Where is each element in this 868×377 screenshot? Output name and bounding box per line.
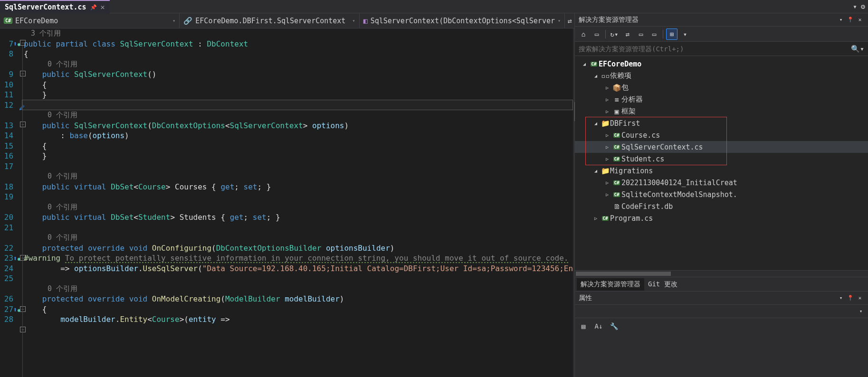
folder-icon: 📁 <box>601 119 610 128</box>
tree-file[interactable]: ▷C#Program.cs <box>575 212 868 224</box>
close-icon[interactable]: ✕ <box>856 17 864 23</box>
csharp-icon: C# <box>613 180 620 185</box>
codelens[interactable]: 0 个引用 <box>24 171 573 182</box>
codelens[interactable]: 0 个引用 <box>24 233 573 243</box>
tree-item[interactable]: ▷≡分析器 <box>575 94 868 105</box>
chevron-right-icon[interactable]: ▷ <box>602 180 612 185</box>
chevron-down-icon[interactable]: ▾ <box>353 18 355 23</box>
folder-icon: 📁 <box>601 167 610 175</box>
chevron-down-icon[interactable]: ◢ <box>591 168 601 173</box>
breadcrumb-member[interactable]: ◧ SqlServerContext(DbContextOptions<SqlS… <box>360 13 565 28</box>
search-input[interactable] <box>579 45 851 53</box>
tab-solution-explorer[interactable]: 解决方案资源管理器 <box>577 278 644 291</box>
breadcrumb-project[interactable]: C# EFCoreDemo ▾ <box>0 13 180 28</box>
wrench-icon[interactable]: 🔧 <box>608 320 620 332</box>
tree-file[interactable]: ▷C#SqlServerContext.cs <box>575 141 868 153</box>
current-line-highlight <box>22 100 573 110</box>
framework-icon: ▣ <box>612 107 621 116</box>
pin-icon[interactable]: 📍 <box>846 295 855 301</box>
codelens[interactable]: 0 个引用 <box>24 110 573 121</box>
editor-scrollbar[interactable] <box>573 28 574 377</box>
tree-file[interactable]: ▷C#20221130040124_InitialCreat <box>575 177 868 188</box>
csharp-icon: C# <box>613 192 620 197</box>
tab-title: SqlServerContext.cs <box>5 3 86 11</box>
margin-column: ⬆ 🖉 ⬆ ⬆ <box>0 28 4 377</box>
collapse-icon[interactable]: ⇄ <box>622 28 633 40</box>
chevron-down-icon[interactable]: ▾ <box>172 18 175 23</box>
chevron-down-icon[interactable]: ▾ <box>853 2 857 11</box>
override-up-icon[interactable]: ⬆ <box>13 306 17 313</box>
csharp-icon: C# <box>613 145 620 150</box>
file-tab[interactable]: SqlServerContext.cs 📌 ✕ <box>0 0 110 13</box>
csharp-icon: C# <box>591 62 598 66</box>
codelens[interactable]: 0 个引用 <box>24 202 573 213</box>
code-content[interactable]: 3 个引用 public partial class SqlServerCont… <box>22 28 573 377</box>
csharp-icon: C# <box>613 157 620 161</box>
chevron-down-icon[interactable]: ◢ <box>591 121 601 126</box>
chevron-right-icon[interactable]: ▷ <box>602 85 612 90</box>
tree-folder[interactable]: ◢📁DBFirst <box>575 117 868 129</box>
view-icon[interactable]: ⊞ <box>666 28 677 40</box>
tree-file[interactable]: 🗎CodeFirst.db <box>575 200 868 212</box>
tree-scrollbar[interactable] <box>575 270 868 277</box>
method-icon: ◧ <box>363 17 368 25</box>
categorize-icon[interactable]: ▤ <box>578 320 589 332</box>
chevron-down-icon[interactable]: ▾ <box>679 28 691 40</box>
csharp-icon: C# <box>4 18 12 24</box>
code-area[interactable]: ⬆ 🖉 ⬆ ⬆ 78 9101112 1314151617 1819 2021 <box>0 28 574 377</box>
class-icon: 🔗 <box>183 17 192 25</box>
chevron-right-icon[interactable]: ▷ <box>602 109 612 114</box>
alphabetical-icon[interactable]: A↓ <box>593 320 604 332</box>
tree-item[interactable]: ▷▣框架 <box>575 105 868 117</box>
chevron-right-icon[interactable]: ▷ <box>602 97 612 102</box>
breadcrumb: C# EFCoreDemo ▾ 🔗 EFCoreDemo.DBFirst.Sql… <box>0 13 574 28</box>
codelens[interactable]: 0 个引用 <box>24 59 573 70</box>
override-up-icon[interactable]: ⬆ <box>13 40 17 47</box>
breadcrumb-member-label: SqlServerContext(DbContextOptions<SqlSer… <box>371 17 555 25</box>
tree-file[interactable]: ▷C#Student.cs <box>575 153 868 165</box>
codelens[interactable]: 3 个引用 <box>24 28 573 39</box>
override-up-icon[interactable]: ⬆ <box>13 254 17 262</box>
tree-file[interactable]: ▷C#SqliteContextModelSnapshot. <box>575 188 868 200</box>
chevron-down-icon[interactable]: ▾ <box>558 18 561 23</box>
home-icon[interactable]: ⌂ <box>578 28 589 40</box>
pin-icon[interactable]: 📌 <box>90 4 97 10</box>
chevron-down-icon[interactable]: ▾ <box>857 308 865 314</box>
tree-item[interactable]: ◢▫▫依赖项 <box>575 70 868 82</box>
package-icon: 📦 <box>612 84 621 92</box>
swap-icon[interactable]: ⇄ <box>565 13 574 28</box>
scrollbar-thumb[interactable] <box>576 272 671 276</box>
db-icon: 🗎 <box>612 202 621 211</box>
close-icon[interactable]: ✕ <box>101 3 105 11</box>
chevron-down-icon[interactable]: ◢ <box>591 73 601 78</box>
refresh-icon[interactable]: ↻▾ <box>609 28 620 40</box>
pin-icon[interactable]: 📍 <box>846 17 855 23</box>
properties-icon[interactable]: ▭ <box>649 28 660 40</box>
chevron-down-icon[interactable]: ◢ <box>580 61 589 66</box>
tree-folder[interactable]: ◢📁Migrations <box>575 165 868 177</box>
search-icon[interactable]: 🔍▾ <box>851 45 864 53</box>
tree-project[interactable]: ◢C#EFCoreDemo <box>575 58 868 70</box>
chevron-right-icon[interactable]: ▷ <box>602 132 612 138</box>
breadcrumb-namespace[interactable]: 🔗 EFCoreDemo.DBFirst.SqlServerContext ▾ <box>180 13 359 28</box>
sync-icon[interactable]: ▭ <box>591 28 602 40</box>
chevron-right-icon[interactable]: ▷ <box>602 156 612 161</box>
gear-icon[interactable]: ⚙ <box>861 2 865 11</box>
close-icon[interactable]: ✕ <box>856 295 864 301</box>
deps-icon: ▫▫ <box>601 72 610 80</box>
chevron-down-icon[interactable]: ▾ <box>837 17 845 23</box>
chevron-right-icon[interactable]: ▷ <box>602 192 612 197</box>
chevron-down-icon[interactable]: ▾ <box>837 295 845 301</box>
solution-explorer-panel: 解决方案资源管理器 ▾ 📍 ✕ ⌂ ▭ ↻▾ ⇄ ▭ ▭ ⊞ ▾ 🔍▾ ◢C#E… <box>574 13 868 377</box>
show-all-icon[interactable]: ▭ <box>635 28 647 40</box>
codelens[interactable]: 0 个引用 <box>24 284 573 294</box>
line-numbers: 78 9101112 1314151617 1819 2021 22232425… <box>4 28 20 377</box>
chevron-right-icon[interactable]: ▷ <box>591 216 601 221</box>
chevron-right-icon[interactable]: ▷ <box>602 144 612 150</box>
panel-title: 解决方案资源管理器 <box>579 16 837 24</box>
breadcrumb-namespace-label: EFCoreDemo.DBFirst.SqlServerContext <box>195 17 345 25</box>
tree-file[interactable]: ▷C#Course.cs <box>575 129 868 141</box>
tab-git-changes[interactable]: Git 更改 <box>644 278 681 291</box>
solution-tree[interactable]: ◢C#EFCoreDemo ◢▫▫依赖项 ▷📦包 ▷≡分析器 ▷▣框架 ◢📁DB… <box>575 56 868 270</box>
tree-item[interactable]: ▷📦包 <box>575 82 868 94</box>
